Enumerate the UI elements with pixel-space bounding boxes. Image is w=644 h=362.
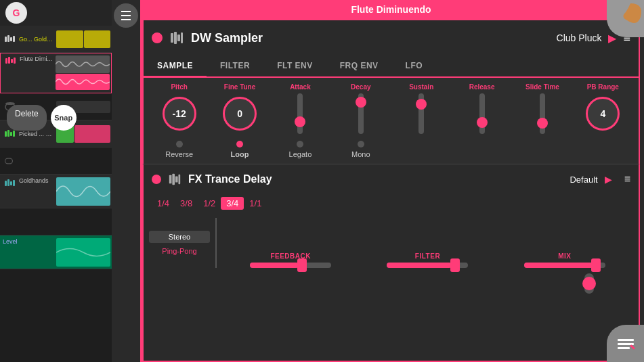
decay-slider[interactable] xyxy=(358,93,364,134)
pitch-value: -12 xyxy=(173,108,186,119)
synth-icon-2 xyxy=(5,55,17,67)
pitch-knob[interactable]: -12 xyxy=(163,97,196,131)
tab-sample[interactable]: SAMPLE xyxy=(144,55,207,78)
reverse-label[interactable]: Reverse xyxy=(165,150,193,158)
filter-slider[interactable] xyxy=(387,263,468,268)
pb-range-value: 4 xyxy=(600,108,605,119)
svg-rect-2 xyxy=(10,37,12,41)
track-row[interactable]: Go... Goldhands xyxy=(0,26,112,53)
svg-rect-29 xyxy=(618,347,630,349)
decay-label: Decay xyxy=(339,83,383,91)
attack-slider-group xyxy=(278,93,322,134)
fx-icon xyxy=(168,173,181,186)
sustain-slider-group xyxy=(400,93,444,134)
delete-snap-group: Delete Snap xyxy=(7,105,77,131)
playhead xyxy=(140,0,142,362)
snap-button[interactable]: Snap xyxy=(51,105,77,131)
synth-icon-3 xyxy=(4,177,16,189)
track-row-5[interactable] xyxy=(0,148,112,175)
svg-rect-15 xyxy=(5,181,7,186)
track-row-7[interactable] xyxy=(0,208,112,235)
delete-button[interactable]: Delete xyxy=(7,105,47,131)
sampler-plugin: DW Sampler Club Pluck ▶ ≡ SAMPLE FILTER … xyxy=(142,19,640,164)
sidebar-header: G xyxy=(0,0,112,26)
svg-rect-11 xyxy=(7,130,9,137)
track-label: Go... Goldhands xyxy=(19,36,56,43)
fx-menu[interactable]: ≡ xyxy=(624,173,630,185)
tab-lfo[interactable]: LFO xyxy=(392,55,437,76)
sampler-controls: Pitch Fine Tune Attack Decay Sustain Rel… xyxy=(144,78,639,164)
frac-3-8[interactable]: 3/8 xyxy=(175,197,198,210)
fine-tune-knob[interactable]: 0 xyxy=(223,97,257,131)
fx-header: FX Trance Delay Default ▶ ≡ xyxy=(144,164,639,194)
svg-rect-21 xyxy=(177,35,180,41)
sustain-thumb xyxy=(416,99,427,110)
frac-1-1[interactable]: 1/1 xyxy=(244,197,267,210)
mix-v-slider[interactable] xyxy=(584,273,594,294)
filter-fill xyxy=(387,263,452,268)
mix-thumb xyxy=(591,258,601,272)
track-row-goldhands[interactable]: Goldhands xyxy=(0,175,112,208)
stereo-label[interactable]: Stereo xyxy=(149,231,210,243)
title-bar: Flute Diminuendo xyxy=(142,0,640,19)
mix-slider[interactable] xyxy=(524,263,605,268)
track-row-level[interactable]: Level xyxy=(0,235,112,269)
feedback-slider[interactable] xyxy=(250,263,331,268)
sampler-header: DW Sampler Club Pluck ▶ ≡ xyxy=(144,20,639,55)
sampler-icon xyxy=(169,30,184,45)
pb-range-knob-group: 4 xyxy=(581,97,625,131)
reverse-group: Reverse xyxy=(157,141,201,158)
tab-flt-env[interactable]: FLT ENV xyxy=(263,55,326,76)
app-icon[interactable]: G xyxy=(5,2,27,24)
fx-preset-arrow[interactable]: ▶ xyxy=(605,174,612,185)
svg-point-9 xyxy=(5,102,15,105)
sampler-tabs: SAMPLE FILTER FLT ENV FRQ ENV LFO xyxy=(144,55,639,78)
fx-preset: Default xyxy=(570,175,597,185)
drum-icon-2 xyxy=(4,156,14,166)
main-panel: Flute Diminuendo DW Sampler Club Pluck ▶… xyxy=(142,0,640,362)
attack-slider[interactable] xyxy=(297,93,303,134)
slide-time-label: Slide Time xyxy=(520,83,564,91)
menu-button[interactable] xyxy=(114,3,138,28)
svg-rect-4 xyxy=(5,58,7,64)
legato-indicator xyxy=(297,141,303,148)
mix-label: MIX xyxy=(558,252,571,260)
svg-rect-0 xyxy=(5,37,7,42)
frac-1-2[interactable]: 1/2 xyxy=(198,197,221,210)
ping-pong-label[interactable]: Ping-Pong xyxy=(149,247,210,255)
legato-label[interactable]: Legato xyxy=(289,150,312,158)
pb-range-knob[interactable]: 4 xyxy=(586,97,620,131)
feedback-fill xyxy=(250,263,299,268)
svg-rect-7 xyxy=(14,58,16,64)
loop-label[interactable]: Loop xyxy=(231,150,249,158)
loop-indicator xyxy=(236,141,243,148)
mono-label[interactable]: Mono xyxy=(351,150,370,158)
slide-time-slider[interactable] xyxy=(540,93,545,134)
attack-label: Attack xyxy=(278,83,322,91)
corner-icon-area[interactable] xyxy=(607,325,644,362)
tab-frq-env[interactable]: FRQ ENV xyxy=(326,55,392,76)
synth-icon xyxy=(4,33,16,45)
fx-power[interactable] xyxy=(152,175,161,184)
fx-sliders: FEEDBACK FILTER MIX xyxy=(222,215,633,271)
fx-mode-group: Stereo Ping-Pong xyxy=(149,215,210,271)
svg-rect-16 xyxy=(7,179,9,186)
sustain-slider[interactable] xyxy=(418,93,424,134)
track-row-flute[interactable]: Flute Dimi... xyxy=(0,53,112,93)
svg-rect-24 xyxy=(172,174,175,185)
toggles-row: Reverse Loop Legato Mono xyxy=(144,134,639,161)
tab-filter[interactable]: FILTER xyxy=(207,55,263,76)
pb-range-label: PB Range xyxy=(581,83,625,91)
frac-1-4[interactable]: 1/4 xyxy=(152,197,175,210)
release-thumb xyxy=(477,117,488,128)
svg-rect-20 xyxy=(174,32,177,44)
loop-group: Loop xyxy=(218,141,262,158)
release-slider[interactable] xyxy=(479,93,485,134)
sidebar: G Go... Goldhands xyxy=(0,0,112,362)
frac-3-4[interactable]: 3/4 xyxy=(221,197,244,210)
mono-group: Mono xyxy=(339,141,383,158)
sampler-power[interactable] xyxy=(152,32,163,43)
mono-indicator xyxy=(358,141,364,148)
svg-rect-27 xyxy=(618,339,634,341)
slide-time-slider-group xyxy=(520,93,564,134)
